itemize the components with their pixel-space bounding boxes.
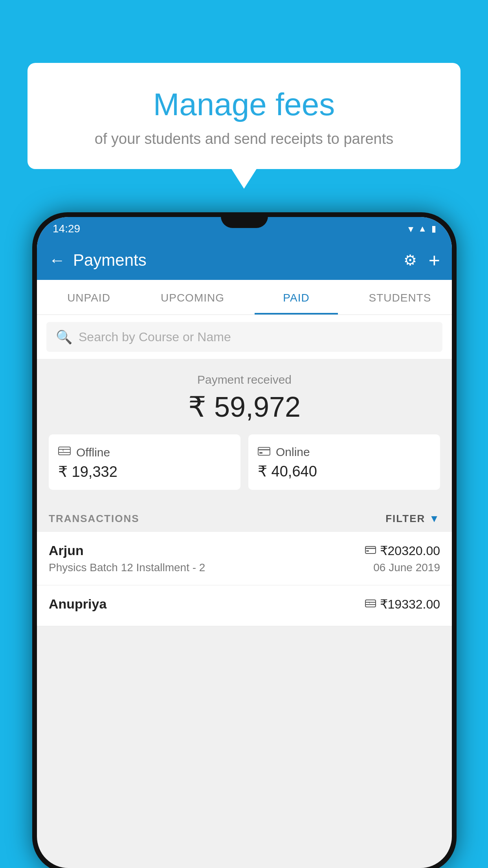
offline-amount: ₹ 19,332 (58, 463, 231, 480)
transaction-amount: ₹20320.00 (380, 543, 440, 558)
online-card: Online ₹ 40,640 (248, 434, 440, 490)
transaction-row[interactable]: Anupriya ₹ ₹19332.00 (37, 585, 452, 626)
svg-rect-9 (366, 550, 369, 552)
tab-unpaid[interactable]: UNPAID (37, 280, 141, 314)
speech-bubble: Manage fees of your students and send re… (28, 63, 460, 169)
online-label: Online (276, 445, 310, 459)
payment-cards: ₹ Offline ₹ 19,332 (49, 434, 440, 490)
svg-rect-10 (365, 600, 376, 607)
bubble-title: Manage fees (51, 86, 437, 123)
app-header: ← Payments ⚙ + (37, 241, 452, 280)
search-input[interactable]: Search by Course or Name (79, 330, 231, 344)
payment-summary: Payment received ₹ 59,972 ₹ (37, 359, 452, 502)
transaction-date: 06 June 2019 (373, 561, 440, 574)
transaction-row[interactable]: Arjun ₹20320.00 Physics Batch 12 Install… (37, 532, 452, 585)
transactions-label: TRANSACTIONS (49, 513, 139, 525)
add-icon[interactable]: + (429, 249, 440, 272)
payment-received-label: Payment received (49, 373, 440, 386)
transactions-header: TRANSACTIONS FILTER ▼ (37, 502, 452, 532)
offline-card: ₹ Offline ₹ 19,332 (49, 434, 240, 490)
svg-rect-7 (365, 546, 376, 554)
offline-label: Offline (76, 446, 110, 459)
online-icon (258, 447, 270, 458)
svg-rect-4 (258, 447, 270, 455)
online-amount: ₹ 40,640 (258, 463, 431, 480)
payment-type-icon (365, 546, 376, 556)
transaction-amount: ₹19332.00 (380, 597, 440, 612)
battery-icon: ▮ (431, 224, 436, 234)
transaction-course: Physics Batch 12 Installment - 2 (49, 561, 205, 574)
payment-total-amount: ₹ 59,972 (49, 390, 440, 423)
offline-icon: ₹ (58, 445, 71, 459)
filter-button[interactable]: FILTER ▼ (385, 513, 440, 525)
back-button[interactable]: ← (49, 251, 65, 270)
phone-frame: 14:29 ▾ ▲ ▮ ← Payments ⚙ + UNPAID UPCOMI… (32, 212, 457, 868)
tabs-container: UNPAID UPCOMING PAID STUDENTS (37, 280, 452, 315)
tab-students[interactable]: STUDENTS (348, 280, 452, 314)
transaction-name: Arjun (49, 543, 84, 558)
transaction-name: Anupriya (49, 596, 106, 612)
payment-type-icon: ₹ (365, 599, 376, 609)
wifi-icon: ▾ (408, 223, 413, 235)
settings-icon[interactable]: ⚙ (404, 252, 417, 269)
bubble-subtitle: of your students and send receipts to pa… (51, 131, 437, 147)
search-bar[interactable]: 🔍 Search by Course or Name (46, 322, 442, 352)
search-icon: 🔍 (56, 329, 72, 345)
search-container: 🔍 Search by Course or Name (37, 315, 452, 359)
tab-upcoming[interactable]: UPCOMING (141, 280, 244, 314)
filter-icon: ▼ (429, 513, 440, 525)
phone-notch (221, 212, 268, 228)
header-title: Payments (73, 251, 396, 270)
svg-rect-6 (259, 452, 262, 454)
status-time: 14:29 (53, 223, 80, 235)
signal-icon: ▲ (418, 224, 427, 234)
status-icons: ▾ ▲ ▮ (408, 223, 436, 235)
svg-rect-0 (59, 447, 70, 455)
svg-text:₹: ₹ (62, 449, 64, 452)
tab-paid[interactable]: PAID (244, 280, 348, 314)
